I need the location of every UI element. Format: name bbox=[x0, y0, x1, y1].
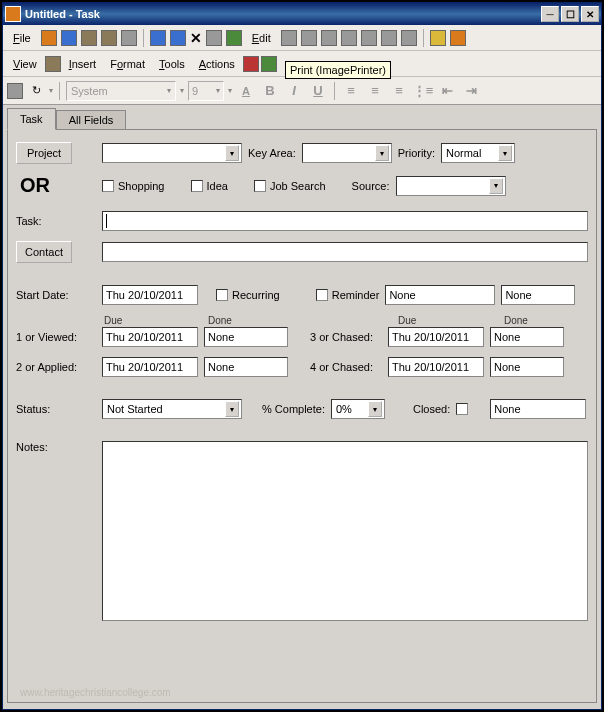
italic-button[interactable]: I bbox=[284, 81, 304, 101]
3chased-due-input[interactable]: Thu 20/10/2011 bbox=[388, 327, 484, 347]
align-left-button[interactable]: ≡ bbox=[341, 81, 361, 101]
jobsearch-label: Job Search bbox=[270, 180, 326, 192]
attach-icon[interactable] bbox=[7, 83, 23, 99]
keyarea-combo[interactable]: ▾ bbox=[302, 143, 392, 163]
underline-button[interactable]: U bbox=[308, 81, 328, 101]
due-header-2: Due bbox=[398, 315, 416, 326]
idea-label: Idea bbox=[207, 180, 228, 192]
or-label: OR bbox=[20, 174, 50, 197]
notes-label: Notes: bbox=[16, 441, 96, 453]
source-combo[interactable]: ▾ bbox=[396, 176, 506, 196]
done-header-2: Done bbox=[504, 315, 528, 326]
reminder-label: Reminder bbox=[332, 289, 380, 301]
project-combo[interactable]: ▾ bbox=[102, 143, 242, 163]
2applied-done-input[interactable]: None bbox=[204, 357, 288, 377]
copy-icon[interactable] bbox=[206, 30, 222, 46]
delete-icon[interactable]: ✕ bbox=[190, 30, 202, 46]
refresh-icon[interactable]: ↻ bbox=[27, 84, 45, 97]
menu-insert[interactable]: Insert bbox=[63, 56, 103, 72]
window-title: Untitled - Task bbox=[25, 8, 541, 20]
cut-icon[interactable] bbox=[281, 30, 297, 46]
recurring-checkbox[interactable] bbox=[216, 289, 228, 301]
copy2-icon[interactable] bbox=[301, 30, 317, 46]
font-color-button[interactable]: A bbox=[236, 81, 256, 101]
startdate-input[interactable]: Thu 20/10/2011 bbox=[102, 285, 198, 305]
reminder-checkbox[interactable] bbox=[316, 289, 328, 301]
check-icon[interactable] bbox=[261, 56, 277, 72]
menu-file[interactable]: File bbox=[7, 30, 37, 46]
task-label: Task: bbox=[16, 215, 96, 227]
list-icon[interactable] bbox=[121, 30, 137, 46]
notes-textarea[interactable] bbox=[102, 441, 588, 621]
indent-button[interactable]: ⇥ bbox=[461, 81, 481, 101]
closed-checkbox[interactable] bbox=[456, 403, 468, 415]
new-icon[interactable] bbox=[41, 30, 57, 46]
recurring-label: Recurring bbox=[232, 289, 280, 301]
maximize-button[interactable]: ☐ bbox=[561, 6, 579, 22]
view-icon[interactable] bbox=[45, 56, 61, 72]
outdent-button[interactable]: ⇤ bbox=[437, 81, 457, 101]
align-right-button[interactable]: ≡ bbox=[389, 81, 409, 101]
menu-view[interactable]: View bbox=[7, 56, 43, 72]
2applied-label: 2 or Applied: bbox=[16, 361, 96, 373]
font-family-select[interactable]: System▾ bbox=[66, 81, 176, 101]
task-input[interactable] bbox=[102, 211, 588, 231]
menu-edit[interactable]: Edit bbox=[246, 30, 277, 46]
status-label: Status: bbox=[16, 403, 96, 415]
grid-icon[interactable] bbox=[101, 30, 117, 46]
paste2-icon[interactable] bbox=[341, 30, 357, 46]
3chased-done-input[interactable]: None bbox=[490, 327, 564, 347]
save-icon[interactable] bbox=[150, 30, 166, 46]
menu-format[interactable]: Format bbox=[104, 56, 151, 72]
contact-button[interactable]: Contact bbox=[16, 241, 72, 263]
dropdown-arrow[interactable]: ▾ bbox=[228, 86, 232, 95]
priority-label: Priority: bbox=[398, 147, 435, 159]
align-center-button[interactable]: ≡ bbox=[365, 81, 385, 101]
complete-combo[interactable]: 0%▾ bbox=[331, 399, 385, 419]
cut2-icon[interactable] bbox=[361, 30, 377, 46]
watermark: www.heritagechristiancollege.com bbox=[20, 687, 171, 698]
4chased-done-input[interactable]: None bbox=[490, 357, 564, 377]
dropdown-arrow[interactable]: ▾ bbox=[180, 86, 184, 95]
undo-icon[interactable] bbox=[381, 30, 397, 46]
idea-checkbox[interactable] bbox=[191, 180, 203, 192]
3chased-label: 3 or Chased: bbox=[310, 331, 382, 343]
2applied-due-input[interactable]: Thu 20/10/2011 bbox=[102, 357, 198, 377]
open-icon[interactable] bbox=[61, 30, 77, 46]
dropdown-arrow[interactable]: ▾ bbox=[49, 86, 53, 95]
separator bbox=[59, 82, 60, 100]
separator bbox=[423, 29, 424, 47]
priority-combo[interactable]: Normal▾ bbox=[441, 143, 515, 163]
reminder-time-input[interactable]: None bbox=[501, 285, 575, 305]
close-button[interactable]: ✕ bbox=[581, 6, 599, 22]
calendar-icon[interactable] bbox=[81, 30, 97, 46]
status-combo[interactable]: Not Started▾ bbox=[102, 399, 242, 419]
separator bbox=[143, 29, 144, 47]
closed-date-input[interactable]: None bbox=[490, 399, 586, 419]
due-header-1: Due bbox=[104, 315, 122, 326]
jobsearch-checkbox[interactable] bbox=[254, 180, 266, 192]
project-button[interactable]: Project bbox=[16, 142, 72, 164]
reminder-date-input[interactable]: None bbox=[385, 285, 495, 305]
marker-icon[interactable] bbox=[430, 30, 446, 46]
bullets-button[interactable]: ⋮≡ bbox=[413, 81, 433, 101]
menu-actions[interactable]: Actions bbox=[193, 56, 241, 72]
1viewed-done-input[interactable]: None bbox=[204, 327, 288, 347]
redo-icon[interactable] bbox=[401, 30, 417, 46]
shopping-checkbox[interactable] bbox=[102, 180, 114, 192]
font-size-select[interactable]: 9▾ bbox=[188, 81, 224, 101]
4chased-label: 4 or Chased: bbox=[310, 361, 382, 373]
print-icon[interactable] bbox=[226, 30, 242, 46]
contact-input[interactable] bbox=[102, 242, 588, 262]
saveall-icon[interactable] bbox=[170, 30, 186, 46]
tab-strip: Task All Fields bbox=[3, 107, 601, 129]
1viewed-due-input[interactable]: Thu 20/10/2011 bbox=[102, 327, 198, 347]
flag-icon[interactable] bbox=[450, 30, 466, 46]
menu-tools[interactable]: Tools bbox=[153, 56, 191, 72]
minimize-button[interactable]: ─ bbox=[541, 6, 559, 22]
4chased-due-input[interactable]: Thu 20/10/2011 bbox=[388, 357, 484, 377]
action-icon[interactable] bbox=[243, 56, 259, 72]
tab-task[interactable]: Task bbox=[7, 108, 56, 130]
bold-button[interactable]: B bbox=[260, 81, 280, 101]
paste-icon[interactable] bbox=[321, 30, 337, 46]
